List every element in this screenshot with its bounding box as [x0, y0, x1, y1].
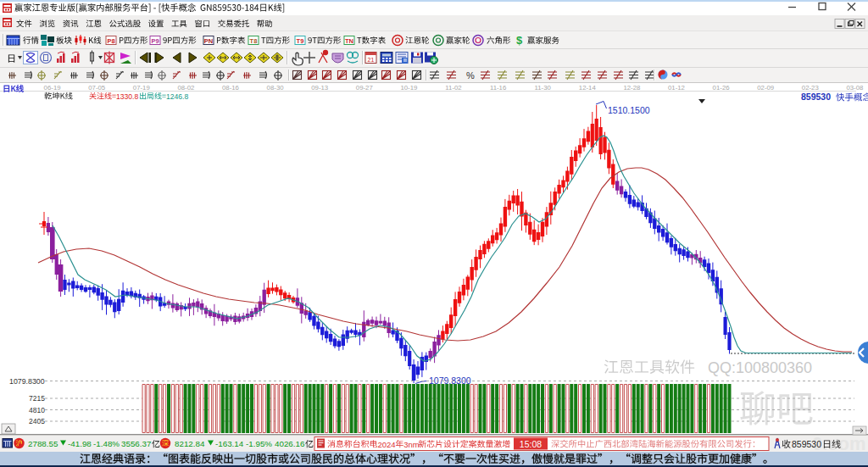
- svg-text:2788.55: 2788.55: [28, 439, 58, 448]
- svg-text:-1.95%: -1.95%: [246, 439, 272, 448]
- svg-text:12-14: 12-14: [579, 84, 597, 92]
- svg-text:859530: 859530: [801, 92, 831, 102]
- svg-text:2024: 2024: [377, 440, 395, 449]
- svg-text:3556.37: 3556.37: [121, 439, 151, 448]
- svg-text:09-13: 09-13: [311, 84, 328, 92]
- svg-text:11-30: 11-30: [535, 84, 552, 92]
- svg-text:11-16: 11-16: [490, 84, 506, 92]
- svg-text:07-05: 07-05: [88, 84, 106, 92]
- svg-text:10-19: 10-19: [400, 84, 417, 92]
- svg-text:P8: P8: [107, 37, 114, 45]
- svg-text:T8: T8: [250, 37, 258, 45]
- svg-text:1510.1500: 1510.1500: [608, 105, 650, 115]
- svg-text:1079.8300: 1079.8300: [9, 377, 45, 386]
- svg-text:-1.48%: -1.48%: [93, 439, 120, 448]
- svg-text:4810: 4810: [29, 406, 45, 414]
- svg-text:QQ:100800360: QQ:100800360: [708, 359, 812, 376]
- svg-text:12-28: 12-28: [623, 84, 640, 92]
- svg-text:7215: 7215: [29, 394, 45, 403]
- svg-text:08-30: 08-30: [267, 84, 285, 92]
- svg-text:1079.8300: 1079.8300: [429, 375, 471, 386]
- svg-text:11-02: 11-02: [445, 84, 461, 92]
- svg-text:4026.16: 4026.16: [275, 439, 305, 448]
- svg-text:03-08: 03-08: [846, 84, 863, 92]
- svg-text:21: 21: [368, 57, 375, 63]
- svg-text:1246.8: 1246.8: [166, 92, 189, 101]
- svg-text:-163.14: -163.14: [215, 439, 244, 448]
- svg-text:09-27: 09-27: [356, 84, 373, 92]
- svg-text:T9: T9: [297, 37, 304, 45]
- svg-text:08-16: 08-16: [222, 84, 239, 92]
- svg-text:01-26: 01-26: [713, 84, 730, 92]
- svg-text:P9: P9: [151, 37, 159, 45]
- svg-text:8212.84: 8212.84: [175, 439, 205, 448]
- svg-text:01-12: 01-12: [668, 84, 685, 92]
- svg-text:02-23: 02-23: [802, 84, 819, 92]
- svg-text:-41.98: -41.98: [68, 439, 92, 448]
- svg-text:859530: 859530: [792, 439, 821, 449]
- svg-text:$: $: [516, 34, 523, 47]
- svg-text:06-19: 06-19: [44, 84, 61, 92]
- svg-text:2405: 2405: [29, 417, 45, 425]
- svg-text:02-09: 02-09: [757, 84, 774, 92]
- svg-text:08-02: 08-02: [177, 84, 194, 92]
- svg-text:%: %: [466, 70, 475, 81]
- svg-text:TN: TN: [345, 37, 353, 45]
- svg-text:15:08: 15:08: [520, 439, 542, 449]
- svg-text:07-19: 07-19: [133, 84, 150, 92]
- svg-text:3nm: 3nm: [403, 440, 420, 449]
- svg-text:PN: PN: [204, 37, 213, 45]
- svg-text:1330.8: 1330.8: [116, 92, 139, 101]
